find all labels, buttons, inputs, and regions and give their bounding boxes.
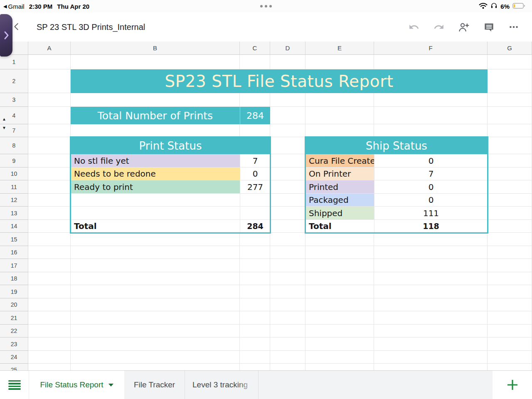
table-row: Ready to print 277 — [71, 180, 270, 194]
print-status-table: Print Status No stl file yet 7 Needs to … — [71, 137, 270, 233]
slideover-handle[interactable] — [0, 14, 12, 57]
row-header-1[interactable]: 1 — [0, 55, 28, 69]
more-icon[interactable] — [501, 17, 526, 37]
table-row: Shipped 111 — [305, 207, 488, 220]
row-header-20[interactable]: 20 — [0, 298, 28, 311]
cell-label[interactable]: No stl file yet — [71, 154, 240, 167]
row-header-21[interactable]: 21 — [0, 311, 28, 325]
app-toolbar: SP 23 STL 3D Prints_Internal — [0, 12, 532, 42]
cell-value[interactable] — [240, 207, 270, 219]
comment-icon[interactable] — [476, 17, 501, 37]
row-header-12[interactable]: 12 — [0, 194, 28, 207]
column-header-E[interactable]: E — [305, 42, 374, 55]
gridline — [28, 298, 532, 298]
column-header-D[interactable]: D — [270, 42, 305, 55]
column-header-F[interactable]: F — [374, 42, 488, 55]
row-header-25[interactable]: 25 — [0, 364, 28, 370]
cell-value[interactable]: 277 — [240, 180, 270, 193]
total-value[interactable]: 118 — [374, 220, 488, 232]
total-prints-banner[interactable]: Total Number of Prints 284 — [71, 107, 270, 124]
column-header-B[interactable]: B — [71, 42, 240, 55]
cell-value[interactable]: 0 — [374, 194, 488, 206]
row-header-4[interactable]: 4 — [0, 107, 28, 124]
cell-label[interactable]: Cura File Created — [305, 154, 374, 167]
table-row: Cura File Created 0 — [305, 154, 488, 167]
cell-label[interactable] — [71, 207, 240, 219]
redo-icon[interactable] — [426, 17, 451, 37]
column-header-C[interactable]: C — [240, 42, 270, 55]
column-header-G[interactable]: G — [488, 42, 532, 55]
tab-strip-filler — [259, 371, 493, 399]
battery-icon — [512, 2, 525, 10]
document-title[interactable]: SP 23 STL 3D Prints_Internal — [37, 12, 145, 42]
gridline — [28, 363, 532, 364]
sheet-title-banner[interactable]: SP23 STL File Status Report — [71, 69, 488, 93]
row-header-13[interactable]: 13 — [0, 207, 28, 220]
row-header-14[interactable]: 14 — [0, 220, 28, 233]
cell-value[interactable]: 0 — [240, 167, 270, 180]
tab-label-fade — [239, 371, 258, 399]
row-header-10[interactable]: 10 — [0, 167, 28, 180]
row-header-2[interactable]: 2 — [0, 69, 28, 93]
cell-label[interactable] — [71, 194, 240, 206]
sheet-tab-bar: File Status Report File Tracker Level 3 … — [0, 370, 532, 399]
table-total-row: Total 118 — [305, 220, 488, 233]
toolbar-actions — [401, 12, 526, 42]
tab-file-status-report[interactable]: File Status Report — [29, 371, 124, 399]
total-value[interactable]: 284 — [240, 220, 270, 232]
cell-label[interactable]: Shipped — [305, 207, 374, 219]
total-prints-value[interactable]: 284 — [240, 107, 270, 124]
row-header-23[interactable]: 23 — [0, 337, 28, 351]
add-sheet-icon — [506, 379, 519, 391]
headphones-icon — [490, 2, 498, 10]
spreadsheet-grid[interactable]: ABCDEFG123478910111213141516171819202122… — [0, 42, 532, 370]
row-header-3[interactable]: 3 — [0, 93, 28, 107]
gridline — [28, 311, 532, 311]
cell-label[interactable]: Packaged — [305, 194, 374, 206]
row-header-17[interactable]: 17 — [0, 259, 28, 272]
tab-caret-icon — [108, 384, 113, 387]
row-group-collapse-icon[interactable]: ▲ — [2, 117, 6, 121]
sheets-menu-button[interactable] — [0, 371, 29, 399]
cell-value[interactable]: 7 — [374, 167, 488, 180]
print-status-header[interactable]: Print Status — [71, 137, 270, 154]
cell-value[interactable] — [240, 194, 270, 206]
cell-label[interactable]: Ready to print — [71, 180, 240, 193]
total-label[interactable]: Total — [305, 220, 374, 232]
tab-level-3-tracking[interactable]: Level 3 tracking — [185, 371, 259, 399]
wifi-icon — [479, 2, 488, 10]
active-tab-label: File Status Report — [40, 380, 103, 389]
row-group-expand-icon[interactable]: ▼ — [2, 126, 6, 130]
row-header-24[interactable]: 24 — [0, 351, 28, 364]
tab-file-tracker[interactable]: File Tracker — [124, 371, 185, 399]
cell-value[interactable]: 111 — [374, 207, 488, 219]
row-header-19[interactable]: 19 — [0, 285, 28, 298]
total-prints-label[interactable]: Total Number of Prints — [71, 107, 240, 124]
multitask-dots-icon[interactable] — [0, 0, 532, 12]
google-sheets-app: ◀ Gmail 2:30 PM Thu Apr 20 — [0, 0, 532, 399]
cell-label[interactable]: Printed — [305, 180, 374, 193]
column-header-A[interactable]: A — [28, 42, 71, 55]
ship-status-header[interactable]: Ship Status — [305, 137, 488, 154]
row-header-22[interactable]: 22 — [0, 325, 28, 337]
row-header-16[interactable]: 16 — [0, 246, 28, 259]
row-header-8[interactable]: 8 — [0, 137, 28, 154]
row-header-15[interactable]: 15 — [0, 233, 28, 246]
cell-label[interactable]: Needs to be redone — [71, 167, 240, 180]
table-row: Printed 0 — [305, 180, 488, 194]
table-row — [71, 207, 270, 220]
undo-icon[interactable] — [401, 17, 426, 37]
row-header-11[interactable]: 11 — [0, 180, 28, 194]
ship-status-table: Ship Status Cura File Created 0 On Print… — [305, 137, 488, 233]
row-header-9[interactable]: 9 — [0, 154, 28, 167]
gridline — [28, 259, 532, 259]
total-label[interactable]: Total — [71, 220, 240, 232]
cell-value[interactable]: 0 — [374, 180, 488, 193]
sheets-menu-icon — [8, 380, 21, 390]
add-sheet-button[interactable] — [493, 371, 532, 399]
cell-value[interactable]: 0 — [374, 154, 488, 167]
cell-label[interactable]: On Printer — [305, 167, 374, 180]
row-header-18[interactable]: 18 — [0, 272, 28, 285]
add-person-icon[interactable] — [451, 17, 476, 37]
cell-value[interactable]: 7 — [240, 154, 270, 167]
